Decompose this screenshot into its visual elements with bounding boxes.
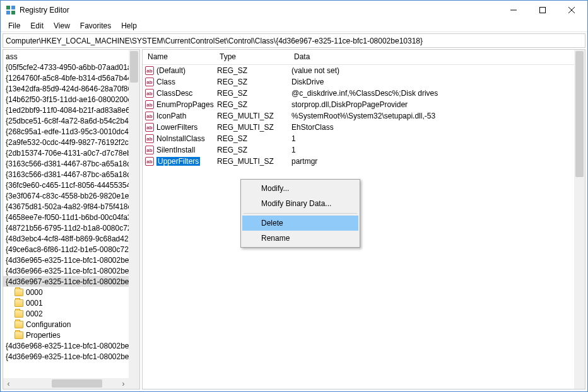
menu-edit[interactable]: Edit [25,20,49,32]
ctx-separator [244,213,357,214]
address-text: Computer\HKEY_LOCAL_MACHINE\SYSTEM\Curre… [6,37,423,45]
tree-scrollbar-horizontal[interactable]: ‹ › [3,378,129,389]
column-name[interactable]: Name [143,50,215,64]
tree-item[interactable]: {4d36e968-e325-11ce-bfc1-08002be1 [3,340,139,351]
folder-icon [15,310,23,318]
address-bar[interactable]: Computer\HKEY_LOCAL_MACHINE\SYSTEM\Curre… [3,33,585,48]
maximize-button[interactable] [528,1,557,20]
value-row[interactable]: ab(Default)REG_SZ(value not set) [143,65,585,76]
ctx-modify-binary[interactable]: Modify Binary Data... [242,196,358,211]
tree-item[interactable]: {3163c566-d381-4467-87bc-a65a18d5 [3,169,139,180]
folder-icon [15,289,23,296]
tree-item[interactable]: {13e42dfa-85d9-424d-8646-28a70f86 [3,83,139,94]
tree-item[interactable]: {25dbce51-6c8f-4a72-8a6d-b54c2b4f [3,115,139,126]
tree-item[interactable]: {49ce6ac8-6f86-11d2-b1e5-0080c72e [3,244,139,255]
tree-item[interactable]: {268c95a1-edfe-11d3-95c3-0010dc40 [3,126,139,137]
value-row[interactable]: abIconPathREG_MULTI_SZ%SystemRoot%\Syste… [143,110,585,122]
tree-folder[interactable]: 0002 [3,308,139,319]
string-value-icon: ab [145,134,154,143]
svg-rect-2 [6,11,10,14]
tree-item[interactable]: {14b62f50-3f15-11dd-ae16-0800200c [3,94,139,105]
string-value-icon: ab [145,123,154,132]
value-row[interactable]: abClassREG_SZDiskDrive [143,76,585,88]
menubar: File Edit View Favorites Help [1,20,587,32]
tree-folder[interactable]: 0000 [3,287,139,297]
menu-favorites[interactable]: Favorites [75,20,116,32]
tree-item[interactable]: {48d3ebc4-4cf8-48ff-b869-9c68ad42 [3,233,139,244]
minimize-button[interactable] [499,1,528,20]
app-icon [6,5,16,15]
tree-item[interactable]: {4d36e967-e325-11ce-bfc1-08002be1 [3,276,139,287]
value-row[interactable]: abClassDescREG_SZ@c_diskdrive.inf,%Class… [143,88,585,99]
list-header: Name Type Data [143,50,585,65]
column-type[interactable]: Type [215,50,289,64]
list-scrollbar-vertical[interactable] [574,50,585,389]
registry-tree[interactable]: ass{05f5cfe2-4733-4950-a6bb-07aad01a{126… [3,49,140,389]
scroll-left-icon[interactable]: ‹ [3,378,14,389]
string-value-icon: ab [145,66,154,75]
value-row[interactable]: abUpperFiltersREG_MULTI_SZpartmgr [143,156,585,167]
ctx-delete[interactable]: Delete [242,216,358,231]
values-list[interactable]: Name Type Data ab(Default)REG_SZ(value n… [142,49,585,389]
tree-item[interactable]: {4d36e966-e325-11ce-bfc1-08002be1 [3,265,139,276]
tree-item[interactable]: {48721b56-6795-11d2-b1a8-0080c72e [3,222,139,233]
svg-rect-3 [11,11,15,14]
ctx-modify[interactable]: Modify... [242,181,358,196]
tree-item[interactable]: {36fc9e60-c465-11cf-8056-44455354 [3,180,139,190]
value-row[interactable]: abNoInstallClassREG_SZ1 [143,133,585,144]
value-row[interactable]: abSilentInstallREG_SZ1 [143,144,585,156]
svg-rect-5 [540,8,546,13]
string-value-icon: ab [145,89,154,98]
value-row[interactable]: abLowerFiltersREG_MULTI_SZEhStorClass [143,122,585,133]
column-data[interactable]: Data [289,50,585,64]
tree-item[interactable]: {4d36e965-e325-11ce-bfc1-08002be1 [3,255,139,265]
scroll-right-icon[interactable]: › [118,378,129,389]
tree-item[interactable]: {05f5cfe2-4733-4950-a6bb-07aad01a [3,62,139,72]
folder-icon [15,321,23,328]
tree-item[interactable]: {4d36e969-e325-11ce-bfc1-08002be1 [3,351,139,362]
menu-file[interactable]: File [3,20,25,32]
tree-item[interactable]: {1264760f-a5c8-4bfe-b314-d56a7b44 [3,72,139,83]
window-title: Registry Editor [20,6,499,14]
tree-item[interactable]: {43675d81-502a-4a82-9f84-b75f418c [3,201,139,212]
tree-scrollbar-vertical[interactable] [129,50,139,378]
svg-rect-0 [6,6,10,9]
menu-help[interactable]: Help [116,20,142,32]
string-value-icon: ab [145,78,154,86]
string-value-icon: ab [145,157,154,166]
tree-item[interactable]: {3e3f0674-c83c-4558-bb26-9820e1eb [3,190,139,201]
string-value-icon: ab [145,146,154,154]
tree-item[interactable]: ass [3,51,139,62]
scroll-corner [129,378,139,389]
close-button[interactable] [557,1,586,20]
tree-item[interactable]: {4658ee7e-f050-11d1-b6bd-00c04fa3 [3,212,139,222]
tree-item[interactable]: {1ed2bbf9-11f0-4084-b21f-ad83a8e6 [3,105,139,115]
string-value-icon: ab [145,112,154,120]
ctx-rename[interactable]: Rename [242,231,358,246]
titlebar: Registry Editor [1,1,587,20]
value-row[interactable]: abEnumPropPages...REG_SZstorprop.dll,Dis… [143,99,585,110]
context-menu: Modify... Modify Binary Data... Delete R… [240,179,360,248]
tree-folder[interactable]: Properties [3,330,139,340]
tree-folder[interactable]: Configuration [3,319,139,330]
tree-item[interactable]: {2db15374-706e-4131-a0c7-d7c78eb0 [3,147,139,158]
menu-view[interactable]: View [49,20,75,32]
string-value-icon: ab [145,100,154,109]
tree-folder[interactable]: 0001 [3,297,139,308]
svg-rect-1 [11,6,15,9]
tree-item[interactable]: {2a9fe532-0cdc-44f9-9827-76192f2ca [3,137,139,147]
folder-icon [15,299,23,307]
content: ass{05f5cfe2-4733-4950-a6bb-07aad01a{126… [1,49,587,391]
tree-item[interactable]: {3163c566-d381-4467-87bc-a65a18d5 [3,158,139,169]
folder-icon [15,331,23,339]
